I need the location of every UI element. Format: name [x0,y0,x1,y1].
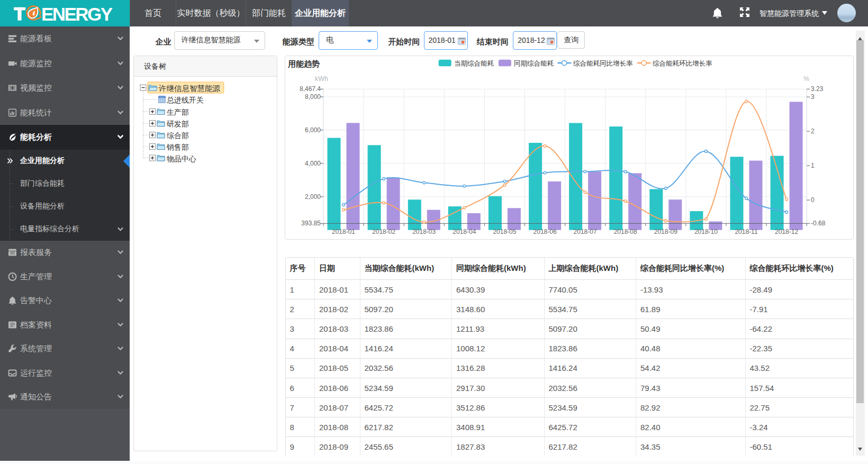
svg-text:同期综合能耗: 同期综合能耗 [514,59,554,67]
svg-text:%: % [803,75,809,83]
svg-text:2018-01: 2018-01 [332,228,355,235]
svg-text:综合能耗同比增长率: 综合能耗同比增长率 [573,59,633,67]
svg-text:综合能耗环比增长率: 综合能耗环比增长率 [653,59,712,67]
svg-text:8,000: 8,000 [305,93,321,101]
svg-text:2,000: 2,000 [305,193,321,200]
svg-text:393.85: 393.85 [302,220,321,227]
svg-text:1: 1 [811,162,815,169]
svg-text:2018-04: 2018-04 [453,228,476,235]
svg-text:2018-06: 2018-06 [534,228,557,235]
svg-text:3: 3 [811,93,815,101]
svg-text:3.23: 3.23 [811,85,824,93]
svg-text:6,000: 6,000 [305,126,321,134]
svg-text:2: 2 [811,128,815,135]
svg-text:4,000: 4,000 [305,159,321,167]
svg-text:当期综合能耗: 当期综合能耗 [454,59,494,67]
svg-text:2018-08: 2018-08 [614,228,637,235]
svg-text:2018-02: 2018-02 [372,228,395,235]
svg-text:2018-05: 2018-05 [493,228,517,235]
svg-text:0: 0 [811,196,815,204]
svg-text:2018-10: 2018-10 [694,228,718,235]
svg-text:2018-09: 2018-09 [654,228,677,235]
svg-text:2018-07: 2018-07 [574,228,597,235]
svg-text:-0.68: -0.68 [811,220,826,227]
svg-text:kWh: kWh [315,75,328,83]
svg-text:2018-12: 2018-12 [775,228,798,235]
svg-text:2018-11: 2018-11 [735,228,758,235]
svg-text:8,467.4: 8,467.4 [300,85,321,93]
svg-text:ENERGY: ENERGY [41,4,113,24]
svg-text:2018-03: 2018-03 [412,228,436,235]
